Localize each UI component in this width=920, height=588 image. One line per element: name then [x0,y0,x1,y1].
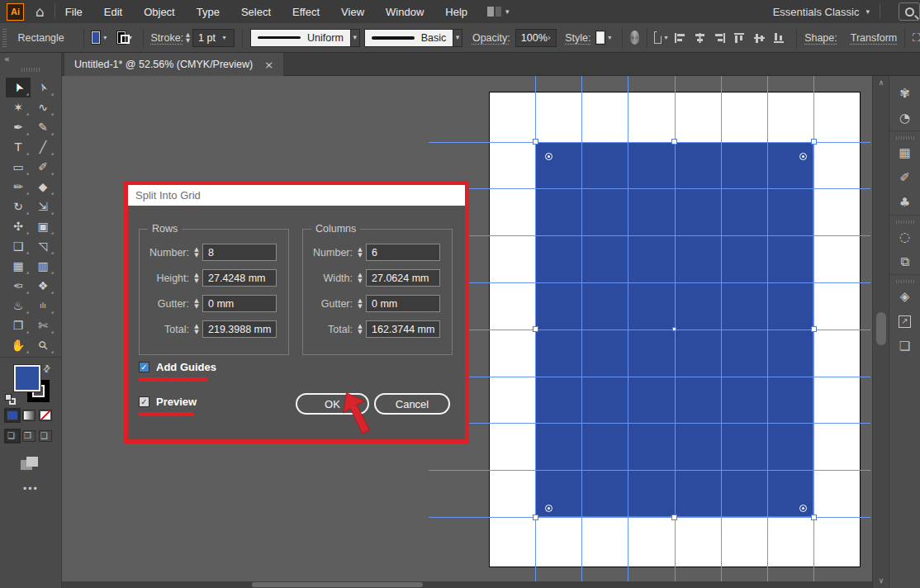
stepper-down-icon[interactable]: ▼ [358,304,362,310]
live-corner-widget[interactable] [545,505,552,512]
chevron-down-icon[interactable]: ▾ [103,35,107,41]
columns-stepper[interactable]: ▲▼ [354,273,366,284]
color-panel-button[interactable]: ✾ [889,81,920,106]
draw-behind-icon[interactable]: ❐ [22,430,36,442]
stroke-weight-stepper[interactable]: ▲▼ [186,32,190,43]
isolate-selected-icon[interactable]: ⛶ [913,32,920,43]
rows-stepper[interactable]: ▲▼ [191,324,202,335]
scale-tool[interactable]: ⇲ [31,197,55,216]
panel-grip[interactable] [896,220,914,224]
selection-handle[interactable] [811,514,817,520]
graphic-style-swatch[interactable] [595,31,605,45]
stepper-down-icon[interactable]: ▼ [194,278,198,284]
align-bottom-icon[interactable] [773,32,785,44]
menu-help[interactable]: Help [445,6,467,18]
align-v-middle-icon[interactable] [753,32,766,44]
align-h-center-icon[interactable] [694,32,706,44]
rows-input[interactable]: 27.4248 mm [202,269,277,287]
swatches-panel-button[interactable]: ▦ [889,140,920,165]
opacity-panel-link[interactable]: Opacity: [472,32,510,44]
type-tool[interactable]: T [6,137,31,157]
scroll-down-icon[interactable]: ∨ [873,577,889,585]
artboards-panel-button[interactable]: ❏ [889,334,920,358]
dialog-title-bar[interactable]: Split Into Grid [128,185,465,206]
lasso-tool[interactable]: ∿ [31,97,55,117]
document-tab[interactable]: Untitled-1* @ 52.56% (CMYK/Preview) × [64,53,283,76]
rows-stepper[interactable]: ▲▼ [191,273,202,284]
fill-proxy[interactable] [14,365,40,391]
columns-stepper[interactable]: ▲▼ [354,324,366,335]
layers-panel-button[interactable]: ◈ [889,284,920,309]
columns-stepper[interactable]: ▲▼ [354,247,366,258]
document-setup-icon[interactable] [654,31,662,44]
menu-select[interactable]: Select [241,6,271,18]
menu-view[interactable]: View [341,6,364,18]
symbols-panel-button[interactable]: ♣ [889,190,920,215]
arrange-documents-button[interactable]: ▾ [487,7,510,17]
width-profile-chevron[interactable]: ▾ [351,29,360,47]
magic-wand-tool[interactable]: ✶ [6,97,31,117]
stroke-panel-link[interactable]: Stroke: [150,32,183,44]
menu-edit[interactable]: Edit [104,6,122,18]
edit-toolbar-icon[interactable]: ••• [23,483,39,495]
variable-width-profile-dropdown[interactable]: Uniform [250,29,351,47]
align-left-icon[interactable] [674,32,686,44]
selection-tool[interactable]: ➤ [6,78,31,97]
opacity-field[interactable]: 100% › [515,29,557,47]
selection-handle[interactable] [533,139,538,145]
gradient-tool[interactable]: ▥ [31,256,55,276]
swap-fill-stroke-icon[interactable]: ⇄ [40,363,52,374]
chevron-right-icon[interactable]: › [548,33,551,42]
stepper-down-icon[interactable]: ▼ [358,330,362,335]
free-transform-tool[interactable]: ▣ [31,216,55,236]
columns-stepper[interactable]: ▲▼ [354,298,366,310]
fill-color-swatch[interactable] [91,31,101,45]
horizontal-scroll-thumb[interactable] [252,582,423,587]
selection-handle[interactable] [533,514,538,520]
panel-grip[interactable] [2,29,7,47]
selection-handle[interactable] [671,139,677,145]
zoom-tool[interactable]: ⚲ [31,335,55,355]
chevron-down-icon[interactable]: ▾ [608,35,611,41]
add-guides-checkbox[interactable]: ✓ [139,362,149,372]
rows-input[interactable]: 0 mm [202,295,277,312]
menu-type[interactable]: Type [197,6,220,18]
live-corner-widget[interactable] [545,153,552,160]
blend-tool[interactable]: ❖ [31,276,55,296]
eyedropper-tool[interactable]: ✑ [6,276,31,296]
rows-stepper[interactable]: ▲▼ [191,298,202,310]
transform-panel-link[interactable]: Transform [851,32,898,44]
workspace-switcher[interactable]: Essentials Classic [773,6,860,18]
color-guide-panel-button[interactable]: ◔ [889,106,920,130]
align-right-icon[interactable] [714,32,726,44]
perspective-grid-tool[interactable]: ◹ [31,236,55,256]
symbol-sprayer-tool[interactable]: ♨ [6,296,31,315]
gradient-button[interactable] [22,410,36,421]
home-icon[interactable]: ⌂ [36,5,45,19]
recolor-artwork-icon[interactable] [630,31,639,45]
stepper-down-icon[interactable]: ▼ [194,304,198,310]
center-point-handle[interactable] [672,327,676,331]
brushes-panel-button[interactable]: ✐ [889,165,920,190]
columns-input[interactable]: 27.0624 mm [366,269,440,287]
rows-input[interactable]: 219.3988 mm [202,320,277,338]
curvature-tool[interactable]: ✎ [31,117,55,137]
shape-builder-tool[interactable]: ❑ [6,236,31,256]
export-panel-button[interactable]: ↗ [889,309,920,334]
chevron-down-icon[interactable]: ▾ [222,35,225,41]
live-corner-widget[interactable] [799,153,807,160]
brush-chevron[interactable]: ▾ [453,29,462,47]
hand-tool[interactable]: ✋ [6,335,31,355]
live-corner-widget[interactable] [799,505,807,512]
close-tab-icon[interactable]: × [264,59,273,70]
horizontal-scrollbar[interactable] [62,581,872,588]
slice-tool[interactable]: ✄ [31,315,55,335]
artboard-tool[interactable]: ❐ [6,315,31,335]
draw-normal-icon[interactable]: ❏ [6,430,19,442]
panel-grip[interactable] [21,68,41,72]
width-tool[interactable]: ✣ [6,216,31,236]
menu-effect[interactable]: Effect [292,6,320,18]
stepper-down-icon[interactable]: ▼ [194,330,198,335]
shape-panel-link[interactable]: Shape: [804,32,837,44]
columns-input[interactable]: 0 mm [366,295,440,312]
